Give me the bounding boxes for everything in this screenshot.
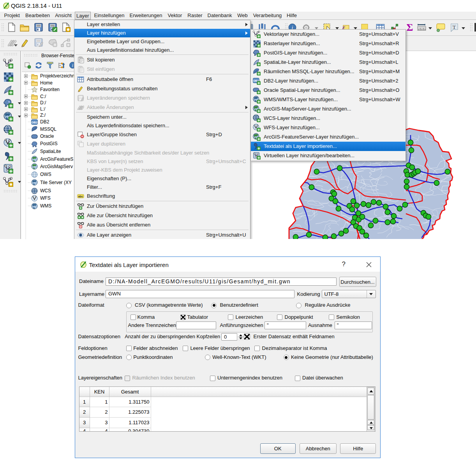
svg-text:i: i [72,63,73,68]
svg-text:Σ: Σ [407,22,413,32]
svg-text:abc: abc [78,195,83,198]
